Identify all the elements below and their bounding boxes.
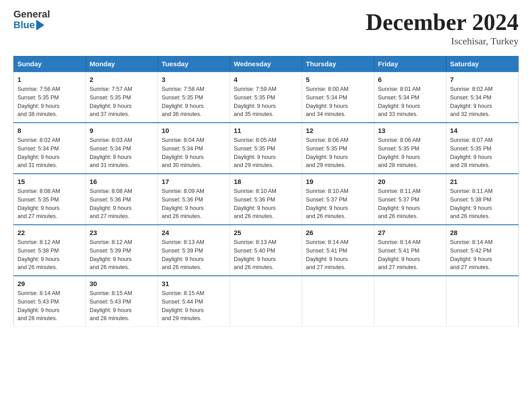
day-cell: 7 Sunrise: 8:02 AM Sunset: 5:34 PM Dayli… xyxy=(446,72,519,123)
day-number: 31 xyxy=(162,280,226,287)
logo-general-text: General xyxy=(13,9,50,20)
day-cell: 26 Sunrise: 8:14 AM Sunset: 5:41 PM Dayl… xyxy=(302,225,374,276)
day-number: 12 xyxy=(306,127,370,134)
day-cell: 27 Sunrise: 8:14 AM Sunset: 5:41 PM Dayl… xyxy=(374,225,446,276)
day-cell: 25 Sunrise: 8:13 AM Sunset: 5:40 PM Dayl… xyxy=(230,225,302,276)
day-number: 27 xyxy=(378,229,442,236)
day-number: 1 xyxy=(17,76,82,83)
day-info: Sunrise: 8:09 AM Sunset: 5:36 PM Dayligh… xyxy=(162,187,226,221)
day-info: Sunrise: 7:58 AM Sunset: 5:35 PM Dayligh… xyxy=(162,85,226,119)
day-cell xyxy=(302,276,374,327)
day-cell: 24 Sunrise: 8:13 AM Sunset: 5:39 PM Dayl… xyxy=(158,225,230,276)
day-info: Sunrise: 8:13 AM Sunset: 5:40 PM Dayligh… xyxy=(234,238,298,272)
week-row-3: 15 Sunrise: 8:08 AM Sunset: 5:35 PM Dayl… xyxy=(14,174,519,225)
day-info: Sunrise: 7:56 AM Sunset: 5:35 PM Dayligh… xyxy=(17,85,82,119)
day-cell: 20 Sunrise: 8:11 AM Sunset: 5:37 PM Dayl… xyxy=(374,174,446,225)
day-cell: 1 Sunrise: 7:56 AM Sunset: 5:35 PM Dayli… xyxy=(14,72,86,123)
day-number: 13 xyxy=(378,127,442,134)
logo-blue-text: Blue xyxy=(13,20,35,30)
week-row-1: 1 Sunrise: 7:56 AM Sunset: 5:35 PM Dayli… xyxy=(14,72,519,123)
header-wednesday: Wednesday xyxy=(230,56,302,72)
day-number: 9 xyxy=(90,127,154,134)
day-number: 25 xyxy=(234,229,298,236)
month-title: December 2024 xyxy=(366,9,519,35)
day-info: Sunrise: 8:06 AM Sunset: 5:35 PM Dayligh… xyxy=(306,136,370,170)
header-thursday: Thursday xyxy=(302,56,374,72)
day-cell: 17 Sunrise: 8:09 AM Sunset: 5:36 PM Dayl… xyxy=(158,174,230,225)
day-number: 20 xyxy=(378,178,442,185)
day-info: Sunrise: 8:07 AM Sunset: 5:35 PM Dayligh… xyxy=(450,136,515,170)
day-cell: 18 Sunrise: 8:10 AM Sunset: 5:36 PM Dayl… xyxy=(230,174,302,225)
day-number: 18 xyxy=(234,178,298,185)
day-cell: 4 Sunrise: 7:59 AM Sunset: 5:35 PM Dayli… xyxy=(230,72,302,123)
week-row-2: 8 Sunrise: 8:02 AM Sunset: 5:34 PM Dayli… xyxy=(14,123,519,174)
title-section: December 2024 Iscehisar, Turkey xyxy=(366,9,519,47)
day-number: 23 xyxy=(90,229,154,236)
day-number: 5 xyxy=(306,76,370,83)
day-cell: 21 Sunrise: 8:11 AM Sunset: 5:38 PM Dayl… xyxy=(446,174,519,225)
page-header: General Blue December 2024 Iscehisar, Tu… xyxy=(13,9,519,47)
header-friday: Friday xyxy=(374,56,446,72)
day-number: 16 xyxy=(90,178,154,185)
day-info: Sunrise: 8:15 AM Sunset: 5:43 PM Dayligh… xyxy=(90,289,154,323)
day-cell: 3 Sunrise: 7:58 AM Sunset: 5:35 PM Dayli… xyxy=(158,72,230,123)
day-info: Sunrise: 8:10 AM Sunset: 5:37 PM Dayligh… xyxy=(306,187,370,221)
day-number: 14 xyxy=(450,127,515,134)
day-info: Sunrise: 8:00 AM Sunset: 5:34 PM Dayligh… xyxy=(306,85,370,119)
day-number: 28 xyxy=(450,229,515,236)
day-cell xyxy=(230,276,302,327)
day-cell xyxy=(446,276,519,327)
day-cell: 28 Sunrise: 8:14 AM Sunset: 5:42 PM Dayl… xyxy=(446,225,519,276)
day-info: Sunrise: 8:06 AM Sunset: 5:35 PM Dayligh… xyxy=(378,136,442,170)
day-number: 6 xyxy=(378,76,442,83)
day-number: 24 xyxy=(162,229,226,236)
day-info: Sunrise: 8:12 AM Sunset: 5:38 PM Dayligh… xyxy=(17,238,82,272)
day-number: 3 xyxy=(162,76,226,83)
day-cell: 6 Sunrise: 8:01 AM Sunset: 5:34 PM Dayli… xyxy=(374,72,446,123)
day-info: Sunrise: 8:08 AM Sunset: 5:35 PM Dayligh… xyxy=(17,187,82,221)
calendar-header-row: SundayMondayTuesdayWednesdayThursdayFrid… xyxy=(14,56,519,72)
day-number: 30 xyxy=(90,280,154,287)
day-number: 19 xyxy=(306,178,370,185)
day-info: Sunrise: 8:02 AM Sunset: 5:34 PM Dayligh… xyxy=(450,85,515,119)
day-number: 4 xyxy=(234,76,298,83)
day-info: Sunrise: 8:02 AM Sunset: 5:34 PM Dayligh… xyxy=(17,136,82,170)
day-cell: 8 Sunrise: 8:02 AM Sunset: 5:34 PM Dayli… xyxy=(14,123,86,174)
day-info: Sunrise: 8:14 AM Sunset: 5:42 PM Dayligh… xyxy=(450,238,515,272)
day-number: 7 xyxy=(450,76,515,83)
day-cell xyxy=(374,276,446,327)
day-number: 11 xyxy=(234,127,298,134)
calendar-table: SundayMondayTuesdayWednesdayThursdayFrid… xyxy=(13,56,519,327)
day-number: 26 xyxy=(306,229,370,236)
location-text: Iscehisar, Turkey xyxy=(366,35,519,47)
day-cell: 23 Sunrise: 8:12 AM Sunset: 5:39 PM Dayl… xyxy=(86,225,158,276)
day-number: 21 xyxy=(450,178,515,185)
day-info: Sunrise: 7:59 AM Sunset: 5:35 PM Dayligh… xyxy=(234,85,298,119)
day-info: Sunrise: 8:14 AM Sunset: 5:41 PM Dayligh… xyxy=(378,238,442,272)
day-cell: 14 Sunrise: 8:07 AM Sunset: 5:35 PM Dayl… xyxy=(446,123,519,174)
day-cell: 12 Sunrise: 8:06 AM Sunset: 5:35 PM Dayl… xyxy=(302,123,374,174)
day-number: 17 xyxy=(162,178,226,185)
day-number: 8 xyxy=(17,127,82,134)
day-info: Sunrise: 8:08 AM Sunset: 5:36 PM Dayligh… xyxy=(90,187,154,221)
header-tuesday: Tuesday xyxy=(158,56,230,72)
day-number: 22 xyxy=(17,229,82,236)
week-row-5: 29 Sunrise: 8:14 AM Sunset: 5:43 PM Dayl… xyxy=(14,276,519,327)
day-cell: 30 Sunrise: 8:15 AM Sunset: 5:43 PM Dayl… xyxy=(86,276,158,327)
day-info: Sunrise: 8:05 AM Sunset: 5:35 PM Dayligh… xyxy=(234,136,298,170)
day-number: 2 xyxy=(90,76,154,83)
header-monday: Monday xyxy=(86,56,158,72)
day-info: Sunrise: 8:11 AM Sunset: 5:38 PM Dayligh… xyxy=(450,187,515,221)
day-cell: 16 Sunrise: 8:08 AM Sunset: 5:36 PM Dayl… xyxy=(86,174,158,225)
day-cell: 19 Sunrise: 8:10 AM Sunset: 5:37 PM Dayl… xyxy=(302,174,374,225)
day-cell: 11 Sunrise: 8:05 AM Sunset: 5:35 PM Dayl… xyxy=(230,123,302,174)
day-info: Sunrise: 8:15 AM Sunset: 5:44 PM Dayligh… xyxy=(162,289,226,323)
day-cell: 9 Sunrise: 8:03 AM Sunset: 5:34 PM Dayli… xyxy=(86,123,158,174)
week-row-4: 22 Sunrise: 8:12 AM Sunset: 5:38 PM Dayl… xyxy=(14,225,519,276)
day-cell: 31 Sunrise: 8:15 AM Sunset: 5:44 PM Dayl… xyxy=(158,276,230,327)
day-info: Sunrise: 8:10 AM Sunset: 5:36 PM Dayligh… xyxy=(234,187,298,221)
header-sunday: Sunday xyxy=(14,56,86,72)
day-number: 10 xyxy=(162,127,226,134)
day-number: 29 xyxy=(17,280,82,287)
day-info: Sunrise: 8:11 AM Sunset: 5:37 PM Dayligh… xyxy=(378,187,442,221)
